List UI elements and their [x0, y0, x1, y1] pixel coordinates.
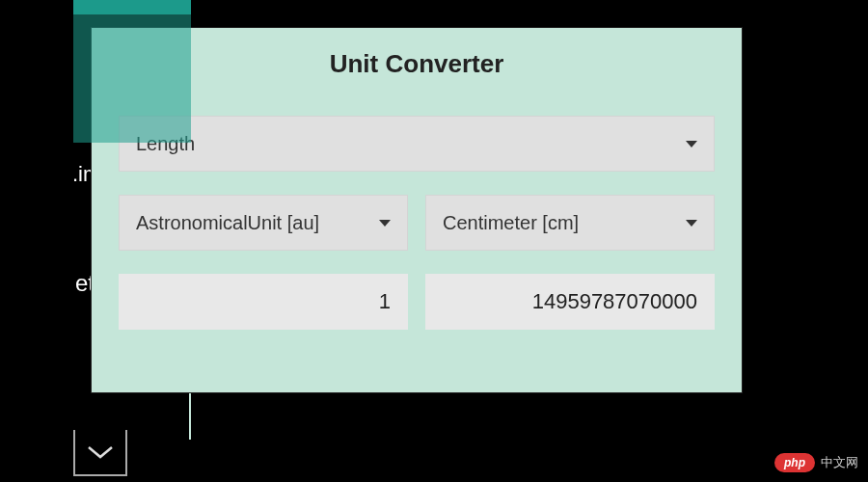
vertical-divider [189, 393, 191, 440]
chevron-down-icon [686, 220, 697, 227]
values-row: 1 14959787070000 [119, 274, 715, 330]
chevron-down-icon [686, 141, 697, 147]
from-value-input[interactable]: 1 [119, 274, 408, 330]
to-value-text: 14959787070000 [532, 289, 697, 314]
to-unit-dropdown[interactable]: Centimeter [cm] [425, 195, 715, 251]
chevron-down-icon [379, 220, 391, 227]
to-unit-label: Centimeter [cm] [443, 212, 579, 234]
expand-button[interactable] [73, 430, 127, 476]
from-value-text: 1 [379, 289, 391, 314]
category-dropdown[interactable]: Length [119, 116, 715, 172]
watermark-text: 中文网 [821, 454, 858, 471]
watermark-badge: php [774, 453, 815, 472]
from-unit-label: AstronomicalUnit [au] [136, 212, 319, 234]
to-value-output: 14959787070000 [425, 274, 715, 330]
teal-overlay [73, 0, 191, 143]
teal-overlay-top [73, 0, 191, 14]
panel-title: Unit Converter [119, 49, 715, 79]
from-unit-dropdown[interactable]: AstronomicalUnit [au] [119, 195, 408, 251]
units-row: AstronomicalUnit [au] Centimeter [cm] [119, 195, 715, 251]
chevron-down-icon [87, 444, 114, 460]
watermark: php 中文网 [774, 453, 858, 472]
category-row: Length [119, 116, 715, 172]
